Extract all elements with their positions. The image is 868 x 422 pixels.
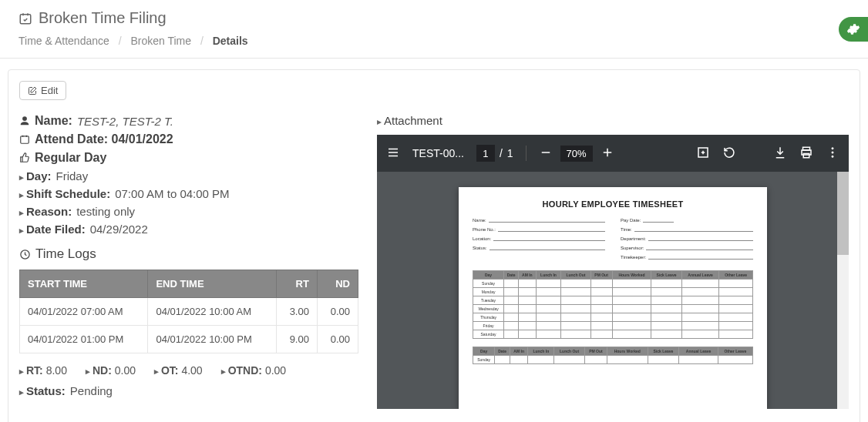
status-line: Status: Pending [19, 384, 358, 397]
page-input[interactable] [476, 145, 495, 162]
totals-row: RT: 8.00 ND: 0.00 OT: 4.00 OTND: 0.00 [19, 364, 358, 377]
date-filed-line: Date Filed: 04/29/2022 [19, 223, 358, 236]
edit-button-label: Edit [41, 85, 58, 96]
pdf-filename: TEST-00... [412, 147, 464, 159]
shift-value: 07:00 AM to 04:00 PM [115, 187, 229, 200]
details-card: Edit Name: TEST-2, TEST-2 T. Attend Date… [8, 69, 860, 422]
page-title: Broken Time Filing [19, 9, 849, 27]
pdf-body[interactable]: HOURLY EMPLOYEE TIMESHEET Name: Phone No… [377, 172, 849, 409]
rt-total: 8.00 [46, 364, 67, 377]
rotate-icon[interactable] [722, 146, 736, 162]
svg-rect-1 [21, 136, 29, 143]
menu-icon[interactable] [386, 146, 400, 162]
name-line: Name: TEST-2, TEST-2 T. [19, 114, 358, 128]
attend-date-line: Attend Date: 04/01/2022 [19, 132, 358, 146]
time-logs-title: Time Logs [19, 246, 358, 262]
page-indicator: / 1 [476, 145, 513, 162]
nd-total: 0.00 [115, 364, 136, 377]
download-icon[interactable] [773, 146, 787, 162]
status-value: Pending [70, 384, 113, 397]
calendar-check-icon [19, 12, 32, 25]
pdf-viewer: TEST-00... / 1 70% [377, 135, 849, 409]
zoom-out-icon[interactable] [539, 146, 553, 162]
shift-line: Shift Schedule: 07:00 AM to 04:00 PM [19, 187, 358, 200]
regular-day-line: Regular Day [19, 151, 358, 165]
svg-rect-0 [20, 14, 31, 23]
breadcrumb-separator: / [119, 35, 122, 47]
day-line: Day: Friday [19, 169, 358, 183]
toolbar-divider [526, 146, 527, 161]
print-icon[interactable] [799, 146, 813, 162]
fit-page-icon[interactable] [696, 146, 710, 162]
breadcrumb-link-attendance[interactable]: Time & Attendance [19, 35, 109, 47]
name-value: TEST-2, TEST-2 T. [77, 115, 173, 128]
page-title-text: Broken Time Filing [39, 9, 167, 27]
time-logs-table: START TIME END TIME RT ND 04/01/2022 07:… [19, 270, 358, 353]
sheet-title: HOURLY EMPLOYEE TIMESHEET [473, 199, 753, 209]
date-filed-value: 04/29/2022 [90, 223, 148, 236]
timesheet-document: HOURLY EMPLOYEE TIMESHEET Name: Phone No… [459, 187, 767, 409]
scrollbar[interactable] [837, 172, 849, 409]
breadcrumb-current: Details [213, 35, 248, 47]
page-total: 1 [507, 147, 513, 159]
timesheet-grid: DayDateAM InLunch InLunch OutPM OutHours… [473, 270, 753, 339]
pdf-toolbar: TEST-00... / 1 70% [377, 135, 849, 172]
reason-line: Reason: testing only [19, 205, 358, 218]
breadcrumb-link-broken-time[interactable]: Broken Time [130, 35, 191, 47]
person-icon [19, 116, 30, 126]
timesheet-grid-2: DayDateAM InLunch InLunch OutPM OutHours… [473, 347, 753, 364]
clock-icon [19, 249, 31, 260]
col-end: END TIME [148, 270, 276, 298]
svg-point-8 [832, 151, 833, 152]
breadcrumb: Time & Attendance / Broken Time / Detail… [19, 35, 849, 58]
attachment-title: Attachment [377, 114, 849, 127]
col-start: START TIME [20, 270, 148, 298]
attachment-panel: Attachment TEST-00... / 1 [377, 114, 849, 409]
details-left: Name: TEST-2, TEST-2 T. Attend Date: 04/… [19, 114, 358, 409]
edit-button[interactable]: Edit [19, 81, 66, 100]
table-row: 04/01/2022 07:00 AM 04/01/2022 10:00 AM … [20, 298, 358, 326]
breadcrumb-separator: / [200, 35, 204, 47]
settings-gear-button[interactable] [839, 17, 868, 42]
zoom-in-icon[interactable] [601, 146, 614, 162]
zoom-controls: 70% [539, 146, 614, 162]
reason-value: testing only [76, 205, 135, 218]
table-row: 04/01/2022 01:00 PM 04/01/2022 10:00 PM … [20, 326, 358, 353]
gear-icon [846, 22, 860, 36]
ot-total: 4.00 [181, 364, 202, 377]
svg-point-7 [832, 147, 833, 149]
calendar-icon [19, 134, 30, 145]
svg-point-9 [832, 156, 833, 157]
more-icon[interactable] [826, 146, 839, 162]
otnd-total: 0.00 [265, 364, 286, 377]
day-value: Friday [56, 169, 89, 183]
col-nd: ND [317, 270, 358, 298]
thumbs-up-icon [19, 152, 30, 163]
col-rt: RT [276, 270, 317, 298]
edit-icon [28, 86, 37, 95]
zoom-percent: 70% [560, 146, 593, 162]
